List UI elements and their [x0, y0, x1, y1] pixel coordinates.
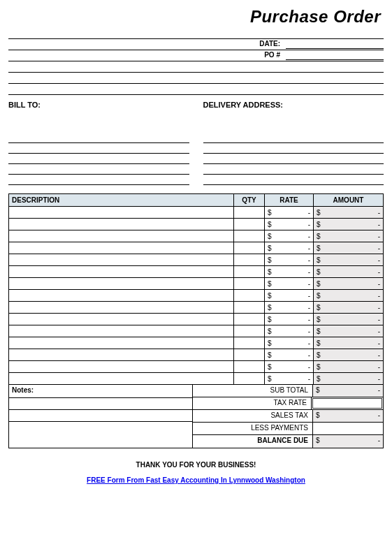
bill-to-line[interactable] — [8, 154, 189, 164]
rate-cell[interactable]: $- — [265, 314, 314, 325]
table-row: $-$- — [9, 314, 384, 325]
rate-cell[interactable]: $- — [265, 278, 314, 290]
table-row: $-$- — [9, 290, 384, 302]
amount-cell: $- — [314, 290, 384, 302]
notes-line[interactable] — [9, 397, 192, 409]
desc-cell[interactable] — [9, 254, 234, 266]
amount-cell: $- — [314, 266, 384, 278]
qty-cell[interactable] — [234, 219, 265, 230]
rate-cell[interactable]: $- — [265, 230, 314, 242]
qty-cell[interactable] — [234, 349, 265, 361]
delivery-line[interactable] — [203, 175, 384, 185]
rate-cell[interactable]: $- — [265, 242, 314, 254]
qty-cell[interactable] — [234, 314, 265, 325]
desc-cell[interactable] — [9, 302, 234, 314]
qty-cell[interactable] — [234, 302, 265, 314]
rate-cell[interactable]: $- — [265, 266, 314, 278]
col-rate: RATE — [265, 194, 314, 207]
rate-cell[interactable]: $- — [265, 207, 314, 219]
header-line — [8, 73, 384, 84]
notes-line[interactable] — [9, 409, 192, 421]
amount-cell: $- — [314, 242, 384, 254]
desc-cell[interactable] — [9, 266, 234, 278]
bill-to-line[interactable] — [8, 133, 189, 143]
desc-cell[interactable] — [9, 373, 234, 385]
delivery-line[interactable] — [203, 154, 384, 164]
delivery-line[interactable] — [203, 133, 384, 143]
balancedue-value: $- — [313, 435, 383, 448]
desc-cell[interactable] — [9, 207, 234, 219]
qty-cell[interactable] — [234, 266, 265, 278]
salestax-label: SALES TAX — [193, 410, 313, 422]
taxrate-label: TAX RATE — [193, 397, 312, 409]
rate-cell[interactable]: $- — [265, 302, 314, 314]
subtotal-label: SUB TOTAL — [193, 385, 313, 397]
notes-label: Notes: — [9, 385, 192, 397]
footer-link[interactable]: FREE Form From Fast Easy Accounting In L… — [87, 476, 305, 484]
delivery-line[interactable] — [203, 143, 384, 154]
table-row: $-$- — [9, 302, 384, 314]
desc-cell[interactable] — [9, 242, 234, 254]
date-field[interactable] — [286, 38, 384, 49]
qty-cell[interactable] — [234, 325, 265, 337]
table-row: $-$- — [9, 373, 384, 385]
qty-cell[interactable] — [234, 230, 265, 242]
rate-cell[interactable]: $- — [265, 349, 314, 361]
bill-to-line[interactable] — [8, 164, 189, 175]
col-amount: AMOUNT — [314, 194, 384, 207]
top-header: DATE: PO # — [8, 28, 384, 95]
qty-cell[interactable] — [234, 290, 265, 302]
desc-cell[interactable] — [9, 290, 234, 302]
amount-cell: $- — [314, 278, 384, 290]
qty-cell[interactable] — [234, 337, 265, 349]
qty-cell[interactable] — [234, 278, 265, 290]
col-qty: QTY — [234, 194, 265, 207]
balancedue-label: BALANCE DUE — [193, 435, 313, 448]
amount-cell: $- — [314, 207, 384, 219]
bill-to-line[interactable] — [8, 175, 189, 185]
address-section: BILL TO: DELIVERY ADDRESS: — [8, 98, 384, 185]
table-row: $-$- — [9, 219, 384, 230]
desc-cell[interactable] — [9, 314, 234, 325]
amount-cell: $- — [314, 314, 384, 325]
rate-cell[interactable]: $- — [265, 337, 314, 349]
table-row: $-$- — [9, 349, 384, 361]
amount-cell: $- — [314, 230, 384, 242]
table-row: $-$- — [9, 207, 384, 219]
rate-cell[interactable]: $- — [265, 219, 314, 230]
qty-cell[interactable] — [234, 242, 265, 254]
lesspayments-value[interactable] — [313, 423, 383, 434]
po-field[interactable] — [286, 49, 384, 60]
notes-line[interactable] — [9, 421, 192, 433]
desc-cell[interactable] — [9, 349, 234, 361]
date-label: DATE: — [244, 40, 286, 47]
bill-to-line[interactable] — [8, 143, 189, 154]
subtotal-value: $- — [313, 385, 383, 397]
qty-cell[interactable] — [234, 361, 265, 373]
col-description: DESCRIPTION — [9, 194, 234, 207]
taxrate-input[interactable] — [312, 398, 382, 409]
desc-cell[interactable] — [9, 337, 234, 349]
rate-cell[interactable]: $- — [265, 254, 314, 266]
rate-cell[interactable]: $- — [265, 290, 314, 302]
qty-cell[interactable] — [234, 207, 265, 219]
table-row: $-$- — [9, 254, 384, 266]
rate-cell[interactable]: $- — [265, 325, 314, 337]
desc-cell[interactable] — [9, 361, 234, 373]
desc-cell[interactable] — [9, 230, 234, 242]
rate-cell[interactable]: $- — [265, 373, 314, 385]
desc-cell[interactable] — [9, 278, 234, 290]
po-label: PO # — [244, 51, 286, 59]
rate-cell[interactable]: $- — [265, 361, 314, 373]
table-row: $-$- — [9, 230, 384, 242]
table-row: $-$- — [9, 278, 384, 290]
amount-cell: $- — [314, 219, 384, 230]
thank-you-text: THANK YOU FOR YOUR BUSINESS! — [8, 461, 384, 469]
desc-cell[interactable] — [9, 325, 234, 337]
desc-cell[interactable] — [9, 219, 234, 230]
qty-cell[interactable] — [234, 373, 265, 385]
amount-cell: $- — [314, 373, 384, 385]
qty-cell[interactable] — [234, 254, 265, 266]
delivery-line[interactable] — [203, 164, 384, 175]
table-row: $-$- — [9, 266, 384, 278]
